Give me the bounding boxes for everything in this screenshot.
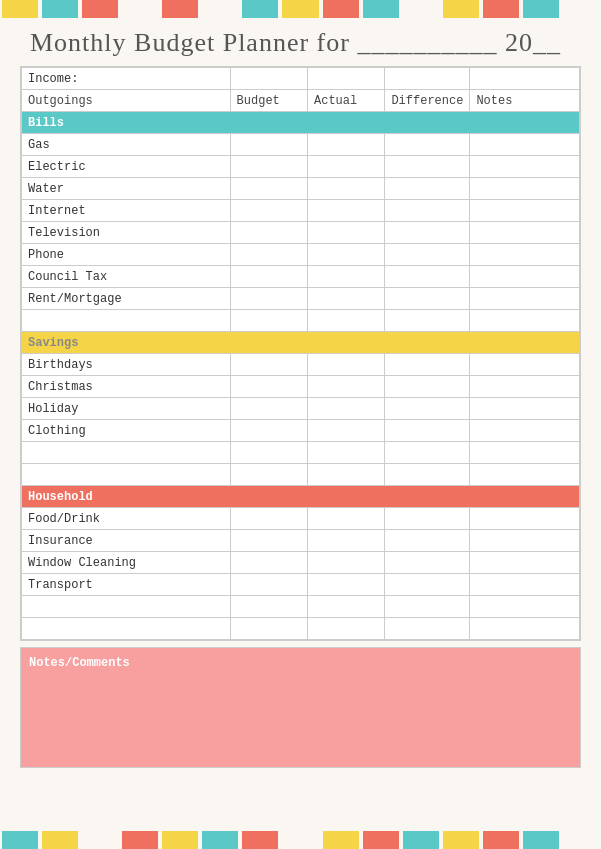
blank-row <box>22 618 580 640</box>
table-row: Birthdays <box>22 354 580 376</box>
table-row: Phone <box>22 244 580 266</box>
border-seg-5 <box>162 0 198 18</box>
row-gas-diff[interactable] <box>385 134 470 156</box>
income-notes[interactable] <box>470 68 580 90</box>
bot-seg-14 <box>523 831 559 849</box>
col-difference: Difference <box>385 90 470 112</box>
border-seg-9 <box>323 0 359 18</box>
row-rent-label: Rent/Mortgage <box>22 288 231 310</box>
row-insurance-label: Insurance <box>22 530 231 552</box>
bot-seg-12 <box>443 831 479 849</box>
table-row: Television <box>22 222 580 244</box>
table-row: Gas <box>22 134 580 156</box>
row-water-label: Water <box>22 178 231 200</box>
table-row: Water <box>22 178 580 200</box>
income-label: Income: <box>22 68 231 90</box>
bot-seg-1 <box>2 831 38 849</box>
income-diff[interactable] <box>385 68 470 90</box>
row-internet-label: Internet <box>22 200 231 222</box>
blank-row <box>22 442 580 464</box>
border-seg-13 <box>483 0 519 18</box>
row-clothing-label: Clothing <box>22 420 231 442</box>
blank-row <box>22 310 580 332</box>
page: Monthly Budget Planner for __________ 20… <box>0 0 601 849</box>
blank-row <box>22 596 580 618</box>
border-seg-2 <box>42 0 78 18</box>
col-notes: Notes <box>470 90 580 112</box>
bot-seg-11 <box>403 831 439 849</box>
bot-seg-10 <box>363 831 399 849</box>
row-birthdays-label: Birthdays <box>22 354 231 376</box>
border-seg-7 <box>242 0 278 18</box>
table-row: Christmas <box>22 376 580 398</box>
table-row: Electric <box>22 156 580 178</box>
row-electric-label: Electric <box>22 156 231 178</box>
border-seg-10 <box>363 0 399 18</box>
table-row: Window Cleaning <box>22 552 580 574</box>
income-budget[interactable] <box>230 68 307 90</box>
notes-comments-label: Notes/Comments <box>29 656 572 670</box>
bottom-border <box>0 831 601 849</box>
row-gas-notes[interactable] <box>470 134 580 156</box>
row-gas-label: Gas <box>22 134 231 156</box>
bot-seg-3 <box>82 831 118 849</box>
row-gas-budget[interactable] <box>230 134 307 156</box>
row-television-label: Television <box>22 222 231 244</box>
row-transport-label: Transport <box>22 574 231 596</box>
income-row: Income: <box>22 68 580 90</box>
bot-seg-6 <box>202 831 238 849</box>
table-row: Council Tax <box>22 266 580 288</box>
table-row: Rent/Mortgage <box>22 288 580 310</box>
household-label: Household <box>22 486 580 508</box>
bot-seg-7 <box>242 831 278 849</box>
border-seg-8 <box>282 0 318 18</box>
row-holiday-label: Holiday <box>22 398 231 420</box>
section-savings-header: Savings <box>22 332 580 354</box>
border-seg-14 <box>523 0 559 18</box>
section-bills-header: Bills <box>22 112 580 134</box>
border-seg-1 <box>2 0 38 18</box>
section-household-header: Household <box>22 486 580 508</box>
col-budget: Budget <box>230 90 307 112</box>
bot-seg-4 <box>122 831 158 849</box>
blank-row <box>22 464 580 486</box>
col-actual: Actual <box>308 90 385 112</box>
table-row: Transport <box>22 574 580 596</box>
row-phone-label: Phone <box>22 244 231 266</box>
bot-seg-2 <box>42 831 78 849</box>
row-food-label: Food/Drink <box>22 508 231 530</box>
budget-table: Income: Outgoings Budget Actual Differen… <box>21 67 580 640</box>
notes-comments-section[interactable]: Notes/Comments <box>20 647 581 768</box>
row-gas-actual[interactable] <box>308 134 385 156</box>
table-row: Insurance <box>22 530 580 552</box>
table-row: Internet <box>22 200 580 222</box>
table-row: Holiday <box>22 398 580 420</box>
bot-seg-9 <box>323 831 359 849</box>
bot-seg-5 <box>162 831 198 849</box>
border-seg-12 <box>443 0 479 18</box>
border-seg-15 <box>563 0 599 18</box>
bot-seg-15 <box>563 831 599 849</box>
notes-comments-content[interactable] <box>29 674 572 759</box>
savings-label: Savings <box>22 332 580 354</box>
top-border <box>0 0 601 18</box>
row-christmas-label: Christmas <box>22 376 231 398</box>
col-outgoings: Outgoings <box>22 90 231 112</box>
table-row: Clothing <box>22 420 580 442</box>
row-window-label: Window Cleaning <box>22 552 231 574</box>
table-row: Food/Drink <box>22 508 580 530</box>
row-council-tax-label: Council Tax <box>22 266 231 288</box>
bills-label: Bills <box>22 112 580 134</box>
column-header-row: Outgoings Budget Actual Difference Notes <box>22 90 580 112</box>
income-actual[interactable] <box>308 68 385 90</box>
border-seg-11 <box>403 0 439 18</box>
page-title: Monthly Budget Planner for __________ 20… <box>0 18 601 66</box>
border-seg-6 <box>202 0 238 18</box>
budget-table-wrapper: Income: Outgoings Budget Actual Differen… <box>20 66 581 641</box>
border-seg-3 <box>82 0 118 18</box>
bot-seg-8 <box>282 831 318 849</box>
bot-seg-13 <box>483 831 519 849</box>
border-seg-4 <box>122 0 158 18</box>
